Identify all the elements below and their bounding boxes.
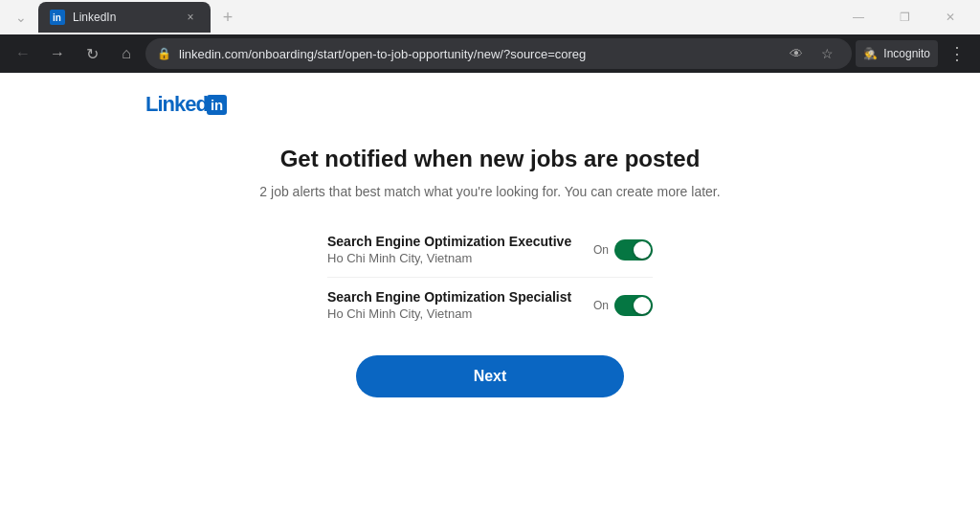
active-tab[interactable]: in LinkedIn ×: [38, 2, 211, 33]
page: Linked in Get notified when new jobs are…: [0, 73, 980, 521]
toggle-button-1[interactable]: [614, 239, 653, 260]
main-content: Get notified when new jobs are posted 2 …: [145, 136, 835, 397]
address-bar-row: ← → ↻ ⌂ 🔒 linkedin.com/onboarding/start/…: [0, 34, 980, 73]
browser-chrome: ⌄ in LinkedIn × + — ❐ ✕ ← → ↻ ⌂: [0, 0, 980, 73]
alert-item-1: Search Engine Optimization Executive Ho …: [327, 222, 653, 278]
logo-area: Linked in: [145, 92, 227, 117]
linkedin-logo: Linked in: [145, 92, 227, 117]
reload-button[interactable]: ↻: [77, 38, 107, 69]
page-title: Get notified when new jobs are posted: [280, 146, 701, 172]
tab-favicon: in: [50, 10, 65, 25]
incognito-badge[interactable]: 🕵 Incognito: [856, 40, 938, 67]
maximize-button[interactable]: ❐: [882, 0, 926, 34]
new-tab-button[interactable]: +: [214, 4, 241, 31]
toggle-wrapper-2: On: [593, 295, 653, 316]
alert-location-2: Ho Chi Minh City, Vietnam: [327, 306, 571, 321]
alerts-list: Search Engine Optimization Executive Ho …: [327, 222, 653, 332]
toggle-knob-2: [634, 297, 651, 314]
alert-item-2: Search Engine Optimization Specialist Ho…: [327, 278, 653, 332]
alert-location-1: Ho Chi Minh City, Vietnam: [327, 251, 571, 265]
window-controls: — ❐ ✕: [836, 0, 972, 34]
logo-box: in: [207, 95, 227, 115]
alert-title-1: Search Engine Optimization Executive: [327, 234, 571, 249]
minimize-button[interactable]: —: [836, 0, 880, 34]
address-bar[interactable]: 🔒 linkedin.com/onboarding/start/open-to-…: [145, 38, 852, 69]
star-icon[interactable]: ☆: [813, 40, 840, 67]
tab-bar: ⌄ in LinkedIn × + — ❐ ✕: [0, 0, 980, 34]
toggle-label-2: On: [593, 299, 609, 312]
alert-info-1: Search Engine Optimization Executive Ho …: [327, 234, 571, 265]
toggle-wrapper-1: On: [593, 239, 653, 260]
logo-text: Linked: [145, 92, 208, 117]
back-button[interactable]: ←: [8, 38, 38, 69]
close-button[interactable]: ✕: [928, 0, 972, 34]
eye-slash-icon[interactable]: 👁: [783, 40, 810, 67]
svg-text:in: in: [53, 12, 61, 23]
next-button[interactable]: Next: [356, 355, 624, 397]
toggle-knob-1: [634, 241, 651, 259]
toggle-label-1: On: [593, 243, 609, 257]
tab-close-button[interactable]: ×: [182, 9, 199, 26]
browser-menu-button[interactable]: ⋮: [942, 38, 972, 69]
tab-title: LinkedIn: [73, 11, 174, 24]
alert-title-2: Search Engine Optimization Specialist: [327, 289, 571, 305]
toggle-button-2[interactable]: [614, 295, 653, 316]
incognito-icon: 🕵: [863, 47, 878, 60]
tab-list-button[interactable]: ⌄: [8, 4, 34, 31]
tab-bar-left: ⌄ in LinkedIn × +: [8, 2, 241, 33]
incognito-label: Incognito: [883, 47, 930, 60]
page-subtitle: 2 job alerts that best match what you're…: [259, 184, 720, 199]
lock-icon: 🔒: [157, 47, 171, 60]
alert-info-2: Search Engine Optimization Specialist Ho…: [327, 289, 571, 321]
page-inner: Linked in Get notified when new jobs are…: [107, 73, 873, 436]
address-bar-actions: 👁 ☆: [783, 40, 840, 67]
address-text: linkedin.com/onboarding/start/open-to-jo…: [179, 47, 775, 61]
forward-button[interactable]: →: [42, 38, 73, 69]
home-button[interactable]: ⌂: [111, 38, 142, 69]
